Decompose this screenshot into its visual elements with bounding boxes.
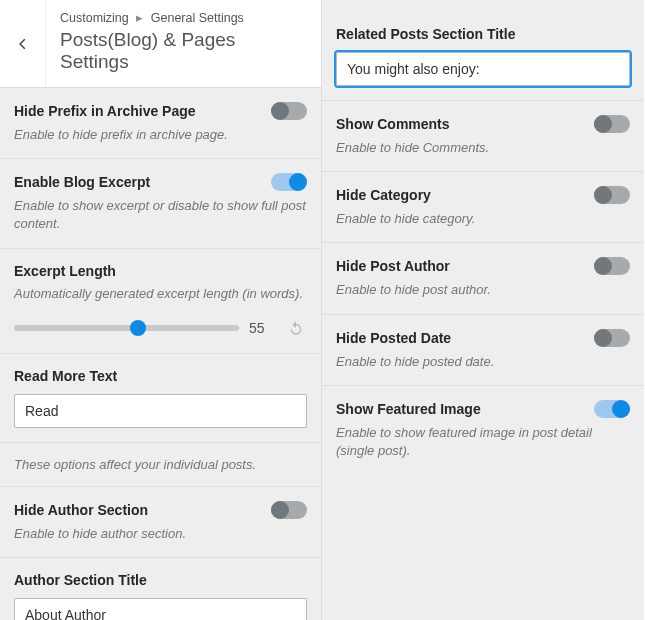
hide-author-desc: Enable to hide author section. (14, 525, 307, 543)
featured-image-label: Show Featured Image (336, 401, 481, 417)
reset-icon[interactable] (285, 317, 307, 339)
blog-excerpt-toggle[interactable] (271, 173, 307, 191)
individual-posts-help: These options affect your individual pos… (0, 443, 321, 486)
blog-excerpt-label: Enable Blog Excerpt (14, 174, 150, 190)
hide-posted-date-toggle[interactable] (594, 329, 630, 347)
hide-author-toggle[interactable] (271, 501, 307, 519)
hide-post-author-desc: Enable to hide post author. (336, 281, 630, 299)
hide-prefix-desc: Enable to hide prefix in archive page. (14, 126, 307, 144)
excerpt-length-desc: Automatically generated excerpt length (… (14, 285, 307, 303)
related-title-label: Related Posts Section Title (336, 26, 630, 42)
hide-category-desc: Enable to hide category. (336, 210, 630, 228)
hide-author-label: Hide Author Section (14, 502, 148, 518)
hide-post-author-toggle[interactable] (594, 257, 630, 275)
chevron-left-icon (16, 37, 30, 51)
slider-thumb[interactable] (130, 320, 146, 336)
related-title-input[interactable] (336, 52, 630, 86)
read-more-input[interactable] (14, 394, 307, 428)
hide-category-label: Hide Category (336, 187, 431, 203)
back-button[interactable] (0, 0, 46, 87)
breadcrumb: Customizing ▸ General Settings (60, 10, 307, 25)
hide-category-toggle[interactable] (594, 186, 630, 204)
panel-header: Customizing ▸ General Settings Posts(Blo… (0, 0, 321, 88)
excerpt-length-slider[interactable] (14, 325, 239, 331)
blog-excerpt-desc: Enable to show excerpt or disable to sho… (14, 197, 307, 233)
featured-image-toggle[interactable] (594, 400, 630, 418)
chevron-right-icon: ▸ (136, 11, 143, 25)
hide-posted-date-desc: Enable to hide posted date. (336, 353, 630, 371)
show-comments-desc: Enable to hide Comments. (336, 139, 630, 157)
breadcrumb-root: Customizing (60, 11, 129, 25)
hide-post-author-label: Hide Post Author (336, 258, 450, 274)
author-title-label: Author Section Title (14, 572, 307, 588)
page-title: Posts(Blog) & Pages Settings (60, 29, 307, 73)
show-comments-toggle[interactable] (594, 115, 630, 133)
author-title-input[interactable] (14, 598, 307, 620)
read-more-label: Read More Text (14, 368, 307, 384)
featured-image-desc: Enable to show featured image in post de… (336, 424, 630, 460)
excerpt-length-value: 55 (249, 320, 275, 336)
excerpt-length-label: Excerpt Length (14, 263, 307, 279)
breadcrumb-parent: General Settings (151, 11, 244, 25)
show-comments-label: Show Comments (336, 116, 450, 132)
hide-prefix-label: Hide Prefix in Archive Page (14, 103, 196, 119)
hide-posted-date-label: Hide Posted Date (336, 330, 451, 346)
hide-prefix-toggle[interactable] (271, 102, 307, 120)
